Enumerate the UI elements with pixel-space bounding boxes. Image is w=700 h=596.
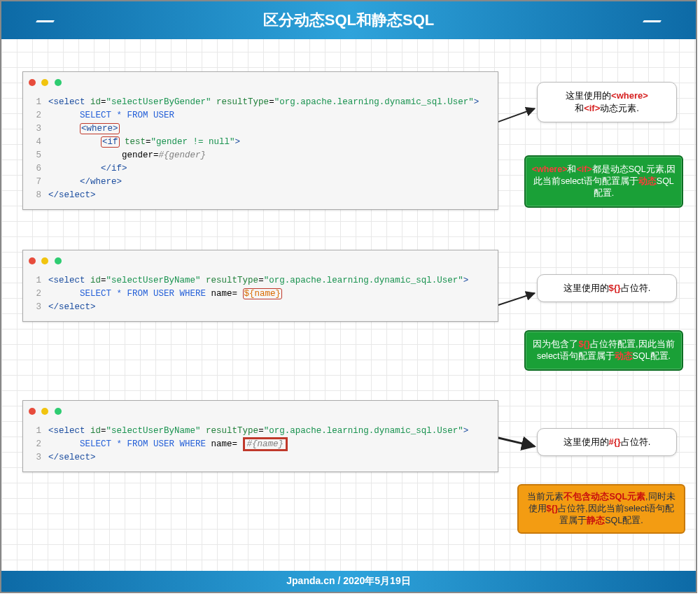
footer-bar: Jpanda.cn / 2020年5月19日 [1,571,696,592]
dot-green-icon [55,408,62,415]
conclusion-3-static: 当前元素不包含动态SQL元素,同时未使用${}占位符,因此当前select语句配… [517,484,685,534]
window-bar [23,401,498,422]
dot-yellow-icon [41,257,48,264]
annotation-1: 这里使用的<where> 和<if>动态元素. [537,82,677,122]
footer-text: Jpanda.cn / 2020年5月19日 [286,575,410,586]
page-title-bar: 区分动态SQL和静态SQL [1,1,696,39]
conclusion-2: 因为包含了${}占位符配置,因此当前select语句配置属于动态SQL配置. [524,330,683,371]
dot-green-icon [55,257,62,264]
dot-yellow-icon [41,408,48,415]
code-lines: 1<select id="selectUserByName" resultTyp… [23,271,498,321]
annotation-2: 这里使用的${}占位符. [537,274,677,302]
window-bar [23,250,498,271]
diagram-frame: 区分动态SQL和静态SQL 1<select id="selectUserByG… [0,0,697,593]
code-lines: 1<select id="selectUserByName" resultTyp… [23,422,498,471]
code-block-2: 1<select id="selectUserByName" resultTyp… [22,250,498,322]
dot-red-icon [29,79,36,86]
dot-red-icon [29,408,36,415]
dot-yellow-icon [41,79,48,86]
code-lines: 1<select id="selectUserByGender" resultT… [23,93,498,209]
content-area: 1<select id="selectUserByGender" resultT… [8,43,689,564]
annotation-3: 这里使用的#{}占位符. [537,428,677,456]
dot-green-icon [55,79,62,86]
page-title: 区分动态SQL和静态SQL [263,11,434,29]
conclusion-1: <where>和<if>都是动态SQL元素,因此当前select语句配置属于动态… [524,155,683,208]
dot-red-icon [29,257,36,264]
code-block-3: 1<select id="selectUserByName" resultTyp… [22,400,498,472]
code-block-1: 1<select id="selectUserByGender" resultT… [22,71,498,210]
window-bar [23,72,498,93]
